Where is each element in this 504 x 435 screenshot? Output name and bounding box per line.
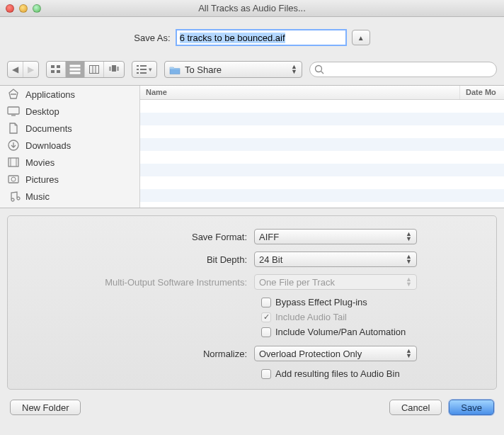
sidebar-item-music[interactable]: Music	[0, 188, 139, 205]
updown-icon: ▲▼	[406, 254, 412, 264]
documents-icon	[7, 123, 20, 134]
location-popup[interactable]: To Share ▲▼	[164, 61, 302, 78]
save-as-row: Save As: ▲	[0, 17, 504, 57]
list-header: Name Date Mo	[140, 86, 504, 100]
svg-point-19	[316, 66, 322, 72]
applications-icon	[7, 89, 20, 100]
nav-buttons: ◀ ▶	[7, 61, 39, 78]
add-to-bin-label: Add resulting files to Audio Bin	[275, 368, 400, 379]
svg-rect-0	[51, 65, 55, 68]
sidebar-item-desktop[interactable]: Desktop	[0, 103, 139, 120]
select-value: AIFF	[259, 232, 279, 242]
svg-rect-12	[117, 67, 119, 71]
add-to-bin-checkbox[interactable]	[261, 369, 271, 379]
search-input[interactable]	[309, 62, 497, 77]
svg-rect-11	[109, 67, 111, 71]
folder-icon	[169, 65, 181, 74]
column-name[interactable]: Name	[140, 86, 460, 99]
multi-output-select: One File per Track ▲▼	[254, 274, 417, 290]
minimize-window-button[interactable]	[19, 4, 28, 13]
sidebar-item-documents[interactable]: Documents	[0, 120, 139, 137]
updown-icon: ▲▼	[406, 277, 412, 287]
list-row	[140, 125, 504, 138]
list-body[interactable]	[140, 100, 504, 208]
file-list: Name Date Mo	[140, 86, 504, 208]
svg-point-28	[11, 177, 16, 181]
svg-rect-2	[51, 70, 55, 73]
file-browser: Applications Desktop Documents Downloads…	[0, 86, 504, 208]
zoom-window-button[interactable]	[33, 4, 41, 13]
select-value: 24 Bit	[259, 254, 282, 265]
grid-icon	[51, 65, 61, 74]
sidebar-item-movies[interactable]: Movies	[0, 154, 139, 171]
sidebar-item-applications[interactable]: Applications	[0, 86, 139, 103]
desktop-icon	[7, 106, 20, 117]
arrange-menu[interactable]: ▾	[132, 61, 157, 78]
chevron-up-icon: ▲	[357, 34, 365, 42]
list-icon	[70, 65, 80, 74]
list-view-button[interactable]	[66, 62, 85, 77]
save-button[interactable]: Save	[449, 400, 494, 415]
sidebar-item-label: Desktop	[25, 106, 59, 117]
select-value: Overload Protection Only	[259, 349, 362, 359]
sidebar-item-pictures[interactable]: Pictures	[0, 171, 139, 188]
bit-depth-select[interactable]: 24 Bit ▲▼	[254, 252, 417, 267]
coverflow-view-button[interactable]	[104, 62, 124, 77]
icon-view-button[interactable]	[47, 62, 66, 77]
include-tail-checkbox: ✓	[261, 312, 271, 322]
list-row	[140, 176, 504, 189]
volpan-checkbox[interactable]	[261, 327, 271, 337]
normalize-label: Normalize:	[21, 349, 254, 359]
browser-toolbar: ◀ ▶ ▾ To Share ▲▼	[0, 57, 504, 86]
dialog-footer: New Folder Cancel Save	[0, 397, 504, 425]
column-date[interactable]: Date Mo	[460, 86, 504, 99]
sidebar-item-label: Documents	[25, 123, 72, 134]
titlebar: All Tracks as Audio Files...	[0, 0, 504, 17]
svg-rect-5	[70, 69, 80, 70]
svg-rect-15	[137, 72, 139, 74]
close-window-button[interactable]	[6, 4, 14, 13]
select-value: One File per Track	[259, 277, 335, 288]
svg-rect-13	[137, 65, 139, 67]
updown-icon: ▲▼	[291, 64, 297, 74]
save-format-select[interactable]: AIFF ▲▼	[254, 229, 417, 244]
svg-rect-6	[70, 72, 80, 74]
svg-rect-7	[90, 66, 99, 74]
columns-icon	[89, 65, 99, 74]
bypass-checkbox[interactable]	[261, 298, 271, 307]
search-wrap	[309, 62, 497, 77]
export-options: Save Format: AIFF ▲▼ Bit Depth: 24 Bit ▲…	[7, 215, 497, 390]
svg-rect-3	[57, 70, 60, 73]
bypass-label: Bypass Effect Plug-ins	[275, 297, 367, 307]
back-button[interactable]: ◀	[8, 62, 23, 77]
svg-rect-10	[112, 65, 116, 72]
normalize-select[interactable]: Overload Protection Only ▲▼	[254, 346, 417, 361]
svg-rect-18	[140, 72, 147, 74]
cancel-button[interactable]: Cancel	[389, 400, 442, 415]
save-as-input[interactable]	[176, 30, 346, 45]
expand-browser-button[interactable]: ▲	[352, 30, 370, 45]
sidebar-item-label: Movies	[25, 157, 55, 168]
coverflow-icon	[108, 65, 120, 74]
sidebar-item-label: Pictures	[25, 174, 59, 185]
sidebar-item-label: Applications	[25, 89, 75, 100]
forward-button[interactable]: ▶	[23, 62, 38, 77]
svg-rect-4	[70, 65, 80, 67]
sidebar: Applications Desktop Documents Downloads…	[0, 86, 140, 208]
list-row	[140, 113, 504, 125]
save-format-label: Save Format:	[21, 232, 254, 242]
movies-icon	[7, 157, 20, 168]
svg-line-20	[321, 72, 324, 74]
bit-depth-label: Bit Depth:	[21, 254, 254, 265]
location-name: To Share	[185, 64, 222, 75]
pictures-icon	[7, 174, 20, 185]
column-view-button[interactable]	[85, 62, 104, 77]
sidebar-item-downloads[interactable]: Downloads	[0, 137, 139, 154]
arrange-icon	[137, 65, 147, 74]
new-folder-button[interactable]: New Folder	[10, 400, 81, 415]
svg-rect-21	[8, 107, 19, 114]
svg-rect-17	[140, 69, 147, 70]
svg-rect-14	[137, 69, 139, 70]
arrange-button[interactable]: ▾	[132, 62, 156, 77]
downloads-icon	[7, 140, 20, 151]
